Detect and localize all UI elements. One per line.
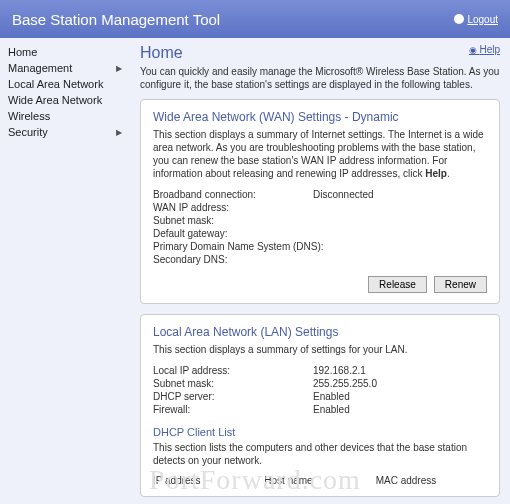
col-ip: IP address [153,475,264,486]
sidebar-item-home[interactable]: Home [0,44,130,60]
wan-title: Wide Area Network (WAN) Settings - Dynam… [153,110,487,124]
help-link[interactable]: Help [469,44,500,55]
wan-table: Broadband connection:Disconnected WAN IP… [153,188,487,266]
col-host: Host name [264,475,375,486]
page-description: You can quickly and easily manage the Mi… [140,65,500,91]
dhcp-table-header: IP address Host name MAC address [153,475,487,486]
table-row: Broadband connection:Disconnected [153,188,487,201]
col-mac: MAC address [376,475,487,486]
sidebar-item-wan[interactable]: Wide Area Network [0,92,130,108]
dhcp-title: DHCP Client List [153,426,487,438]
logout-link[interactable]: Logout [454,14,498,25]
wan-panel: Wide Area Network (WAN) Settings - Dynam… [140,99,500,304]
table-row: Primary Domain Name System (DNS): [153,240,487,253]
sidebar-item-wireless[interactable]: Wireless [0,108,130,124]
release-button[interactable]: Release [368,276,427,293]
renew-button[interactable]: Renew [434,276,487,293]
dhcp-description: This section lists the computers and oth… [153,441,487,467]
page-title: Home [140,44,183,62]
wan-description: This section displays a summary of Inter… [153,128,487,180]
app-title: Base Station Management Tool [12,11,220,28]
sidebar: Home Management▶ Local Area Network Wide… [0,38,130,504]
logout-label: Logout [467,14,498,25]
table-row: Secondary DNS: [153,253,487,266]
content: Home Help You can quickly and easily man… [130,38,510,504]
table-row: Firewall:Enabled [153,403,487,416]
table-row: Subnet mask:255.255.255.0 [153,377,487,390]
logout-icon [454,14,464,24]
table-row: Default gateway: [153,227,487,240]
chevron-right-icon: ▶ [116,128,122,137]
sidebar-item-security[interactable]: Security▶ [0,124,130,140]
table-row: DHCP server:Enabled [153,390,487,403]
table-row: Local IP address:192.168.2.1 [153,364,487,377]
lan-description: This section displays a summary of setti… [153,343,487,356]
chevron-right-icon: ▶ [116,64,122,73]
sidebar-item-lan[interactable]: Local Area Network [0,76,130,92]
sidebar-item-management[interactable]: Management▶ [0,60,130,76]
table-row: WAN IP address: [153,201,487,214]
lan-panel: Local Area Network (LAN) Settings This s… [140,314,500,497]
lan-table: Local IP address:192.168.2.1 Subnet mask… [153,364,487,416]
table-row: Subnet mask: [153,214,487,227]
lan-title: Local Area Network (LAN) Settings [153,325,487,339]
